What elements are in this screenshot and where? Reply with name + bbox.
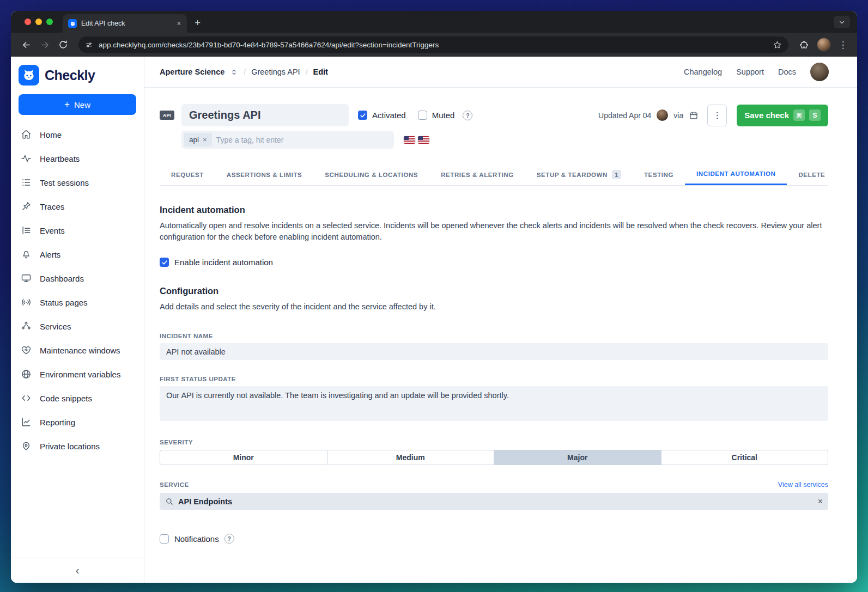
tab-delete[interactable]: DELETE	[787, 164, 836, 185]
enable-incident-automation-checkbox[interactable]	[160, 258, 169, 267]
reload-button[interactable]	[56, 37, 71, 52]
service-label: SERVICE	[160, 481, 189, 488]
tab-assertions-limits[interactable]: ASSERTIONS & LIMITS	[215, 164, 314, 185]
sidebar-nav: Home Heartbeats Test sessions Traces Eve…	[11, 123, 144, 558]
severity-option-major[interactable]: Major	[494, 450, 661, 465]
selected-service: API Endpoints	[178, 497, 813, 506]
severity-option-minor[interactable]: Minor	[160, 450, 327, 465]
browser-window: Edit API check ✕ + app.checklyhq.com/che…	[11, 11, 857, 583]
incident-name-field: INCIDENT NAME	[160, 333, 828, 360]
first-status-label: FIRST STATUS UPDATE	[160, 376, 828, 382]
notifications-help-icon[interactable]: ?	[224, 534, 234, 544]
first-status-field: FIRST STATUS UPDATE Our API is currently…	[160, 376, 828, 421]
tab-close-icon[interactable]: ✕	[177, 20, 181, 27]
sidebar-item-status-pages[interactable]: Status pages	[11, 290, 144, 314]
sidebar-item-test-sessions[interactable]: Test sessions	[11, 170, 144, 194]
bookmark-star-icon[interactable]	[773, 40, 782, 50]
tab-setup-teardown[interactable]: SETUP & TEARDOWN 1	[525, 164, 633, 185]
incident-name-input[interactable]	[160, 343, 828, 360]
sidebar-item-private-locations[interactable]: Private locations	[11, 434, 144, 458]
enable-incident-automation-row[interactable]: Enable incident automation	[160, 258, 828, 267]
tab-search-button[interactable]	[834, 16, 850, 28]
muted-checkbox[interactable]	[418, 111, 427, 120]
checkly-logo[interactable]: Checkly	[11, 57, 144, 92]
tab-testing[interactable]: TESTING	[633, 164, 685, 185]
sidebar-item-events[interactable]: Events	[11, 218, 144, 242]
tab-incident-automation[interactable]: INCIDENT AUTOMATION	[685, 164, 787, 185]
back-button[interactable]	[19, 37, 34, 52]
view-all-services-link[interactable]: View all services	[778, 481, 828, 489]
activated-checkbox-row[interactable]: Activated	[358, 111, 406, 120]
service-label-row: SERVICE View all services	[160, 481, 828, 489]
forward-button[interactable]	[37, 37, 52, 52]
plus-icon: +	[64, 99, 70, 110]
sidebar-item-alerts[interactable]: Alerts	[11, 242, 144, 266]
muted-checkbox-row[interactable]: Muted	[418, 111, 455, 120]
notifications-row[interactable]: Notifications ?	[160, 534, 828, 544]
new-button[interactable]: + New	[19, 94, 136, 115]
extensions-icon[interactable]	[796, 37, 811, 52]
sidebar-item-services[interactable]: Services	[11, 314, 144, 338]
close-window-button[interactable]	[25, 19, 31, 25]
sidebar-item-traces[interactable]: Traces	[11, 194, 144, 218]
first-status-textarea[interactable]: Our API is currently not available. The …	[160, 386, 828, 421]
checkly-app: Checkly + New Home Heartbeats Test sessi…	[11, 57, 857, 583]
checkly-logo-icon	[19, 65, 39, 86]
chart-icon	[21, 417, 32, 428]
minimize-window-button[interactable]	[35, 19, 42, 25]
clear-service-icon[interactable]: ×	[818, 497, 823, 506]
header-links: Changelog Support Docs	[684, 63, 829, 81]
breadcrumb-check[interactable]: Greetings API	[251, 68, 300, 76]
app-header: Aperture Science / Greetings API / Edit …	[144, 57, 857, 88]
zoom-window-button[interactable]	[46, 19, 53, 25]
tags-field[interactable]: api ×	[181, 131, 394, 149]
map-pin-icon	[21, 441, 32, 451]
tag-input[interactable]	[216, 136, 391, 144]
docs-link[interactable]: Docs	[778, 68, 796, 76]
sidebar-item-dashboards[interactable]: Dashboards	[11, 266, 144, 290]
sidebar-item-home[interactable]: Home	[11, 123, 144, 147]
changelog-link[interactable]: Changelog	[684, 68, 722, 76]
browser-tab[interactable]: Edit API check ✕	[63, 14, 187, 33]
browser-menu-icon[interactable]: ⋮	[836, 39, 849, 51]
new-tab-icon[interactable]: +	[195, 17, 201, 29]
checkly-favicon	[68, 19, 77, 28]
location-flags	[404, 136, 429, 144]
sidebar-item-code-snippets[interactable]: Code snippets	[11, 386, 144, 410]
severity-option-medium[interactable]: Medium	[327, 450, 494, 465]
broadcast-icon	[21, 297, 32, 308]
tag-chip[interactable]: api ×	[184, 133, 212, 147]
muted-help-icon[interactable]: ?	[463, 111, 472, 120]
sidebar-item-reporting[interactable]: Reporting	[11, 410, 144, 434]
sidebar-collapse-button[interactable]: ‹	[11, 558, 144, 583]
cmd-keycap: ⌘	[793, 109, 805, 121]
notifications-checkbox[interactable]	[160, 534, 169, 544]
breadcrumb-account[interactable]: Aperture Science	[160, 68, 224, 76]
activated-checkbox[interactable]	[358, 111, 367, 120]
account-switcher-icon[interactable]	[230, 68, 238, 76]
check-name-input[interactable]	[181, 104, 349, 126]
address-bar[interactable]: app.checklyhq.com/checks/23b4791b-bd70-4…	[78, 36, 788, 53]
browser-profile-avatar[interactable]	[817, 38, 831, 52]
site-info-icon[interactable]	[85, 41, 93, 49]
severity-option-critical[interactable]: Critical	[661, 450, 828, 465]
sidebar-item-heartbeats[interactable]: Heartbeats	[11, 147, 144, 170]
sidebar: Checkly + New Home Heartbeats Test sessi…	[11, 57, 144, 583]
remove-tag-icon[interactable]: ×	[203, 136, 207, 144]
configuration-description: Add details and select the severity of t…	[160, 301, 828, 313]
breadcrumb-separator: /	[306, 68, 308, 76]
user-avatar[interactable]	[810, 63, 829, 81]
kebab-icon: ⋮	[713, 110, 721, 120]
support-link[interactable]: Support	[736, 68, 764, 76]
save-cluster: Updated Apr 04 via ⋮ Save check ⌘ S	[598, 105, 828, 126]
bell-icon	[21, 249, 32, 260]
tab-request[interactable]: REQUEST	[160, 164, 215, 185]
severity-label: SEVERITY	[160, 439, 828, 445]
sidebar-item-environment-variables[interactable]: Environment variables	[11, 362, 144, 386]
sidebar-item-maintenance-windows[interactable]: Maintenance windows	[11, 338, 144, 362]
tab-retries-alerting[interactable]: RETRIES & ALERTING	[429, 164, 525, 185]
tab-scheduling-locations[interactable]: SCHEDULING & LOCATIONS	[313, 164, 429, 185]
save-check-button[interactable]: Save check ⌘ S	[737, 105, 828, 126]
more-actions-button[interactable]: ⋮	[707, 105, 727, 126]
service-select[interactable]: API Endpoints ×	[160, 493, 828, 510]
